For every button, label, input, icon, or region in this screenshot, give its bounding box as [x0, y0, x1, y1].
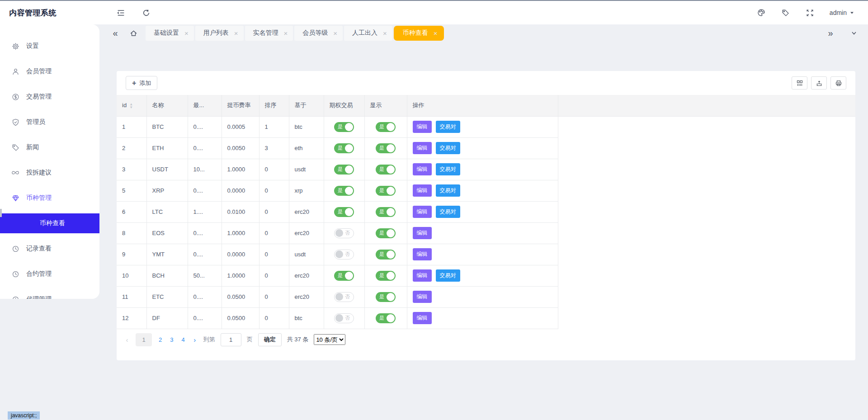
show-toggle[interactable]: 是 [376, 228, 396, 238]
page-number-4[interactable]: 4 [180, 336, 186, 343]
show-toggle[interactable]: 是 [376, 186, 396, 196]
page-number-1[interactable]: 1 [136, 333, 152, 346]
trading-pair-button[interactable]: 交易对 [436, 269, 460, 282]
table-row: 9YMT0....0.00000usdt否是编辑 [117, 244, 855, 265]
tab-0[interactable]: 基础设置× [146, 26, 194, 41]
print-button[interactable] [830, 76, 846, 90]
edit-button[interactable]: 编辑 [413, 206, 432, 218]
cell-fee: 0.0050 [222, 137, 259, 159]
tabs-scroll-right-icon[interactable]: » [825, 27, 836, 39]
edit-button[interactable]: 编辑 [413, 312, 432, 324]
cell-max: 0.... [188, 180, 222, 201]
tabs-collapse-left-icon[interactable]: « [109, 27, 121, 39]
edit-button[interactable]: 编辑 [413, 142, 432, 154]
fullscreen-icon[interactable] [805, 8, 815, 18]
sidebar-item-8[interactable]: 记录查看 [0, 239, 99, 259]
sidebar-item-6[interactable]: 币种管理 [0, 188, 99, 208]
edit-button[interactable]: 编辑 [413, 227, 432, 239]
close-icon[interactable]: × [383, 30, 387, 37]
page-size-select[interactable]: 10 条/页 [314, 334, 345, 345]
add-button[interactable]: + 添加 [126, 76, 157, 90]
next-page-icon[interactable]: › [192, 336, 198, 344]
tab-3[interactable]: 会员等级× [294, 26, 343, 41]
edit-button[interactable]: 编辑 [413, 121, 432, 133]
show-toggle[interactable]: 是 [376, 292, 396, 302]
sidebar-subitem-7[interactable]: 币种查看 [0, 213, 99, 233]
export-button[interactable] [811, 76, 827, 90]
cell-id: 3 [117, 159, 146, 180]
confirm-button[interactable]: 确定 [258, 333, 282, 346]
edit-button[interactable]: 编辑 [413, 184, 432, 197]
sidebar-item-0[interactable]: 设置 [0, 36, 99, 56]
gear-icon [11, 42, 19, 50]
cell-sort: 0 [259, 180, 289, 201]
tabs-menu-chevron-icon[interactable] [848, 27, 860, 39]
close-icon[interactable]: × [333, 30, 337, 37]
tab-1[interactable]: 用户列表× [195, 26, 244, 41]
option-trade-toggle[interactable]: 是 [334, 165, 354, 175]
option-trade-toggle[interactable]: 是 [334, 207, 354, 217]
sidebar-item-4[interactable]: 新闻 [0, 137, 99, 157]
coins-table: id▲▼ 名称 最... 提币费率 排序 基于 期权交易 显示 操作 1BTC0… [117, 95, 855, 329]
show-toggle[interactable]: 是 [376, 122, 396, 132]
col-header-show: 显示 [364, 95, 407, 116]
close-icon[interactable]: × [434, 30, 438, 37]
tab-5[interactable]: 币种查看× [394, 26, 444, 41]
close-icon[interactable]: × [234, 30, 238, 37]
option-trade-toggle[interactable]: 是 [334, 122, 354, 132]
show-toggle[interactable]: 是 [376, 207, 396, 217]
sidebar-item-3[interactable]: 管理员 [0, 112, 99, 132]
sidebar-item-1[interactable]: 会员管理 [0, 61, 99, 81]
edit-button[interactable]: 编辑 [413, 163, 432, 175]
trading-pair-button[interactable]: 交易对 [436, 184, 460, 197]
infinity-icon [11, 169, 19, 177]
show-toggle[interactable]: 是 [376, 250, 396, 260]
close-icon[interactable]: × [184, 30, 189, 37]
home-icon[interactable] [127, 27, 139, 39]
refresh-icon[interactable] [141, 8, 151, 18]
col-header-id[interactable]: id▲▼ [117, 95, 146, 116]
menu-fold-icon[interactable] [116, 8, 126, 18]
sidebar-item-10[interactable]: 代理管理 [0, 289, 99, 299]
tab-2[interactable]: 实名管理× [245, 26, 293, 41]
tab-4[interactable]: 人工出入× [344, 26, 392, 41]
edit-button[interactable]: 编辑 [413, 291, 432, 303]
tag-icon[interactable] [781, 8, 791, 18]
trading-pair-button[interactable]: 交易对 [436, 206, 460, 218]
edit-button[interactable]: 编辑 [413, 248, 432, 260]
user-menu[interactable]: admin [830, 9, 854, 16]
shield-icon [11, 118, 19, 126]
close-icon[interactable]: × [284, 30, 288, 37]
trading-pair-button[interactable]: 交易对 [436, 121, 460, 133]
sidebar-scrollbar[interactable] [0, 209, 2, 217]
option-trade-toggle[interactable]: 否 [334, 313, 354, 323]
option-trade-toggle[interactable]: 是 [334, 271, 354, 281]
show-toggle[interactable]: 是 [376, 165, 396, 175]
trading-pair-button[interactable]: 交易对 [436, 163, 460, 175]
cell-filler [558, 265, 855, 286]
trading-pair-button[interactable]: 交易对 [436, 142, 460, 154]
option-trade-toggle[interactable]: 否 [334, 228, 354, 238]
show-toggle[interactable]: 是 [376, 271, 396, 281]
sidebar-item-9[interactable]: 合约管理 [0, 264, 99, 284]
page-number-2[interactable]: 2 [157, 336, 163, 343]
jump-page-input[interactable] [221, 333, 241, 346]
sidebar-item-2[interactable]: 交易管理 [0, 87, 99, 107]
option-trade-toggle[interactable]: 否 [334, 292, 354, 302]
prev-page-icon[interactable]: ‹ [124, 336, 130, 344]
option-trade-toggle[interactable]: 是 [334, 186, 354, 196]
sort-icon[interactable]: ▲▼ [129, 103, 133, 109]
edit-button[interactable]: 编辑 [413, 269, 432, 282]
sidebar-item-5[interactable]: 投拆建议 [0, 163, 99, 183]
columns-setting-button[interactable] [792, 76, 807, 90]
show-toggle[interactable]: 是 [376, 143, 396, 153]
cell-name: LTC [146, 201, 188, 222]
theme-palette-icon[interactable] [756, 8, 766, 18]
cell-filler [558, 201, 855, 222]
option-trade-toggle[interactable]: 是 [334, 143, 354, 153]
cell-sort: 0 [259, 286, 289, 307]
show-toggle[interactable]: 是 [376, 313, 396, 323]
page-number-3[interactable]: 3 [169, 336, 175, 343]
cell-base: erc20 [289, 201, 324, 222]
option-trade-toggle[interactable]: 否 [334, 250, 354, 260]
